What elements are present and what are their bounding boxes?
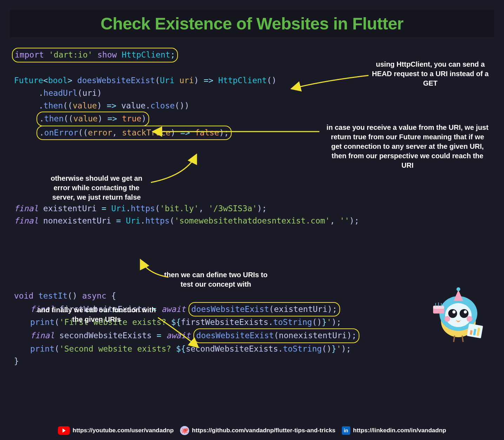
keyword-show: show <box>97 50 117 59</box>
svg-point-6 <box>464 311 467 314</box>
method-onerror: onError <box>44 128 78 137</box>
param-uri: uri <box>179 76 194 85</box>
string-second: 'Second website exists? <box>59 344 176 353</box>
class-httpclient2: HttpClient <box>218 76 267 85</box>
method-tostring1: toString <box>273 318 312 327</box>
arg-existenturi: existentUri <box>274 305 327 314</box>
footer-github-text: https://github.com/vandadnp/flutter-tips… <box>192 427 336 434</box>
keyword-final4: final <box>30 331 54 340</box>
param-value2: value <box>73 114 98 123</box>
type-uri: Uri <box>160 76 174 85</box>
method-close: close <box>151 101 175 110</box>
param-stacktrace: stackTrace <box>122 128 170 137</box>
page-title: Check Existence of Websites in Flutter <box>17 14 487 33</box>
method-then1: then <box>44 101 63 110</box>
fn-print2: print <box>30 344 54 353</box>
var-secondexists: secondWebsiteExists <box>59 331 152 340</box>
method-then2: then <box>44 114 64 123</box>
type-bool: bool <box>48 76 67 85</box>
var-value: value <box>121 101 145 110</box>
svg-point-3 <box>448 309 457 318</box>
keyword-import: import <box>15 50 44 59</box>
var-existenturi: existentUri <box>43 204 97 213</box>
svg-point-7 <box>444 316 450 322</box>
svg-point-8 <box>466 316 472 322</box>
keyword-await2: await <box>166 331 191 340</box>
type-uri2: Uri <box>111 204 126 213</box>
param-value1: value <box>73 101 97 110</box>
call-doeswebsiteexist1: doesWebsiteExist <box>191 305 269 314</box>
code-line-closebrace: } <box>14 355 490 368</box>
keyword-await1: await <box>161 305 186 314</box>
code-line-then1: .then((value) => value.close()) <box>14 100 490 112</box>
youtube-icon <box>58 426 70 435</box>
class-httpclient: HttpClient <box>122 50 170 59</box>
code-line-second: final secondWebsiteExists = await doesWe… <box>14 329 490 343</box>
annotation-two-uris: then we can define two URIs to test our … <box>158 270 274 289</box>
call-doeswebsiteexist2: doesWebsiteExist <box>196 331 274 340</box>
string-bitly: 'bit.ly' <box>160 204 199 213</box>
footer-linkedin-text: https://linkedin.com/in/vandadnp <box>353 427 446 434</box>
method-headurl: headUrl <box>44 88 78 98</box>
arg-uri: uri <box>82 88 97 98</box>
var-nonexistenturi: nonexistentUri <box>43 216 111 225</box>
keyword-final1: final <box>14 204 38 213</box>
annotation-call-fn: and finally we call our function with th… <box>35 305 158 324</box>
string-dartio: 'dart:io' <box>49 50 93 59</box>
title-bar: Check Existence of Websites in Flutter <box>10 10 494 38</box>
footer: https://youtube.com/user/vandadnp 🐙 http… <box>0 426 504 435</box>
github-icon: 🐙 <box>180 426 189 435</box>
code-line-testit: void testIt() async { <box>14 290 490 302</box>
keyword-final2: final <box>14 216 38 225</box>
code-line-existent: final existentUri = Uri.https('bit.ly', … <box>14 202 490 215</box>
footer-linkedin[interactable]: in https://linkedin.com/in/vandadnp <box>342 426 446 435</box>
tmpl-second: secondWebsiteExists <box>186 344 278 353</box>
keyword-async: async <box>82 291 106 300</box>
code-line-headurl: .headUrl(uri) <box>14 87 490 100</box>
fn-testit: testIt <box>38 291 67 300</box>
string-empty: '' <box>340 216 350 225</box>
svg-point-5 <box>452 311 456 314</box>
code-line-nonexistent: final nonexistentUri = Uri.https('somewe… <box>14 215 490 227</box>
footer-github[interactable]: 🐙 https://github.com/vandadnp/flutter-ti… <box>180 426 336 435</box>
linkedin-icon: in <box>342 426 350 435</box>
annotation-return-false: otherwise should we get an error while c… <box>42 174 151 202</box>
fn-doeswebsiteexist: doesWebsiteExist <box>77 76 155 85</box>
type-future: Future <box>14 76 43 85</box>
method-tostring2: toString <box>283 344 322 353</box>
const-false: false <box>195 128 219 137</box>
tmpl-first: firstWebsiteExists <box>181 318 268 327</box>
annotation-return-true: in case you receive a value from the URI… <box>325 123 490 170</box>
string-bitly-path: '/3wSIS3a' <box>208 204 257 213</box>
method-https2: https <box>145 216 170 225</box>
annotation-httpclient: using HttpClient, you can send a HEAD re… <box>371 60 490 88</box>
const-true: true <box>122 114 141 123</box>
mascot-icon <box>427 284 490 347</box>
svg-point-4 <box>460 309 469 318</box>
param-error: error <box>88 128 112 137</box>
footer-youtube[interactable]: https://youtube.com/user/vandadnp <box>58 426 174 435</box>
code-line-print2: print('Second website exists? ${secondWe… <box>14 343 490 355</box>
string-nonexistent: 'somewebsitethatdoesntexist.com' <box>174 216 330 225</box>
footer-youtube-text: https://youtube.com/user/vandadnp <box>73 427 174 434</box>
type-uri3: Uri <box>126 216 141 225</box>
method-https1: https <box>131 204 155 213</box>
keyword-void: void <box>14 291 33 300</box>
arg-nonexistenturi: nonexistentUri <box>279 331 347 340</box>
svg-point-9 <box>457 287 460 291</box>
